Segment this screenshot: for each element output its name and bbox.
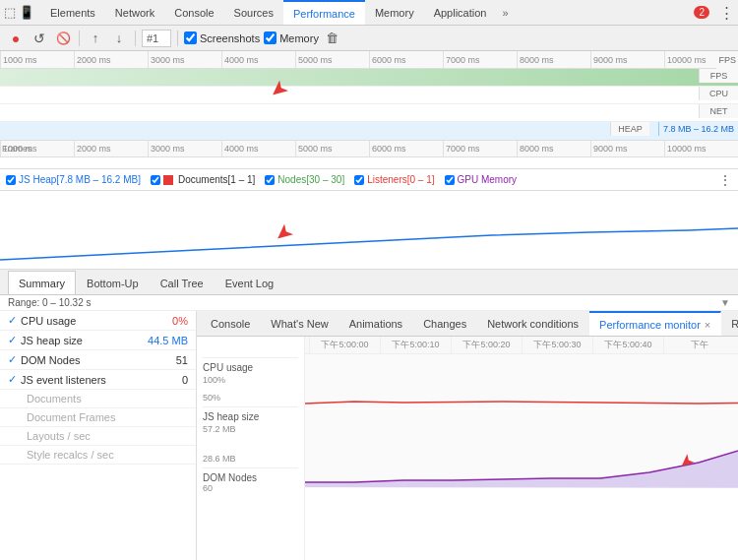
b-tick-6000: 6000 ms xyxy=(369,141,443,156)
main-chart-svg xyxy=(0,191,738,269)
legend-js-heap[interactable]: JS Heap[7.8 MB – 16.2 MB] xyxy=(6,174,141,185)
download-button[interactable]: ↓ xyxy=(109,29,129,48)
metric-doc-frames: Document Frames xyxy=(0,408,196,427)
heap-right-label: HEAP xyxy=(610,122,649,136)
summary-tabs: Summary Bottom-Up Call Tree Event Log xyxy=(0,270,738,295)
metric-dom-check: ✓ xyxy=(8,353,17,366)
metric-heap-label: JS heap size xyxy=(21,335,139,346)
metric-recalcs-label: Style recalcs / sec xyxy=(27,449,188,461)
device-icon[interactable]: 📱 xyxy=(19,5,34,20)
tab-performance[interactable]: Performance xyxy=(283,0,365,25)
memory-toggle[interactable]: Memory xyxy=(264,31,319,44)
metric-listeners-label: JS event listeners xyxy=(21,374,139,386)
legend-more-btn[interactable]: ⋮ xyxy=(718,172,732,188)
performance-toolbar: ● ↺ 🚫 ↑ ↓ Screenshots Memory 🗑 xyxy=(0,26,738,51)
b-tick-3000: 3000 ms xyxy=(148,141,221,156)
upload-button[interactable]: ↑ xyxy=(86,29,105,48)
monitor-heap-section: JS heap size 57.2 MB 28.6 MB xyxy=(203,407,298,468)
hash-input[interactable] xyxy=(142,30,171,47)
tab-bottom-up[interactable]: Bottom-Up xyxy=(76,271,150,294)
monitor-heap-28: 28.6 MB xyxy=(203,454,298,464)
metric-style-recalcs: Style recalcs / sec xyxy=(0,446,196,465)
heap-chart-row: 7.8 MB – 16.2 MB HEAP xyxy=(0,122,738,140)
b-tick-8000: 8000 ms xyxy=(517,141,590,156)
reload-record-button[interactable]: ↺ xyxy=(30,29,49,48)
bottom-area: ✓ CPU usage 0% ✓ JS heap size 44.5 MB ✓ … xyxy=(0,311,738,560)
devtools-icons: ⬚ 📱 xyxy=(4,5,34,20)
metric-listeners-check: ✓ xyxy=(8,373,17,386)
tick-2000: 2000 ms xyxy=(74,51,148,68)
btab-rendering[interactable]: Rendering xyxy=(721,311,738,337)
more-tabs-btn[interactable]: » xyxy=(496,7,514,19)
trash-button[interactable]: 🗑 xyxy=(323,29,342,48)
legend-listeners[interactable]: Listeners[0 – 1] xyxy=(354,174,434,185)
legend-documents[interactable]: Documents[1 – 1] xyxy=(151,174,255,185)
fps-right-label: FPS xyxy=(699,69,738,83)
btab-animations[interactable]: Animations xyxy=(339,311,413,337)
tick-9000: 9000 ms xyxy=(590,51,664,68)
tab-event-log[interactable]: Event Log xyxy=(215,271,285,294)
tab-console[interactable]: Console xyxy=(164,0,223,25)
tab-memory[interactable]: Memory xyxy=(365,0,424,25)
metric-cpu-usage: ✓ CPU usage 0% xyxy=(0,311,196,331)
ruler-ticks-bottom: 1000 ms 2000 ms 3000 ms 4000 ms 5000 ms … xyxy=(0,141,738,156)
btab-whats-new[interactable]: What's New xyxy=(261,311,338,337)
btab-perf-monitor[interactable]: Performance monitor × xyxy=(589,311,721,337)
m-tick-30: 下午5:00:30 xyxy=(522,337,592,353)
b-tick-10000: 10000 ms xyxy=(664,141,738,156)
timeline-container: 1000 ms 2000 ms 3000 ms 4000 ms 5000 ms … xyxy=(0,51,738,169)
metric-cpu-label: CPU usage xyxy=(21,315,139,327)
main-chart: ➤ xyxy=(0,191,738,270)
btab-changes[interactable]: Changes xyxy=(413,311,477,337)
metric-doc-label: Documents xyxy=(27,393,188,404)
tab-network[interactable]: Network xyxy=(105,0,164,25)
metric-cpu-check: ✓ xyxy=(8,314,17,327)
monitor-heap-57: 57.2 MB xyxy=(203,424,298,434)
monitor-dom-60: 60 xyxy=(203,483,298,493)
tab-sources[interactable]: Sources xyxy=(224,0,283,25)
toolbar-divider-1 xyxy=(79,31,80,46)
metric-dom-label: DOM Nodes xyxy=(21,354,139,366)
metric-js-heap: ✓ JS heap size 44.5 MB xyxy=(0,331,196,350)
heap-value-badge: 7.8 MB – 16.2 MB xyxy=(658,122,738,136)
svg-rect-0 xyxy=(305,354,738,408)
b-tick-7000: 7000 ms xyxy=(443,141,517,156)
perf-monitor-panel: Console What's New Animations Changes Ne… xyxy=(197,311,738,560)
legend-bar: JS Heap[7.8 MB – 16.2 MB] Documents[1 – … xyxy=(0,169,738,191)
legend-nodes[interactable]: Nodes[30 – 30] xyxy=(265,174,344,185)
m-tick-end: 下午 xyxy=(663,337,734,353)
net-right-label: NET xyxy=(699,104,738,118)
bottom-tab-bar: Console What's New Animations Changes Ne… xyxy=(197,311,738,337)
tick-1000: 1000 ms xyxy=(0,51,74,68)
inspect-icon[interactable]: ⬚ xyxy=(4,5,16,20)
metric-layouts-label: Layouts / sec xyxy=(27,430,188,442)
clear-button[interactable]: 🚫 xyxy=(53,29,73,48)
range-arrow-btn[interactable]: ▼ xyxy=(720,297,730,308)
fps-label: FPS xyxy=(718,51,736,69)
tab-summary[interactable]: Summary xyxy=(8,271,76,294)
monitor-content: CPU usage 100% 50% JS heap size 57.2 MB … xyxy=(197,337,738,560)
tab-call-tree[interactable]: Call Tree xyxy=(150,271,215,294)
screenshots-toggle[interactable]: Screenshots xyxy=(184,31,260,44)
metric-dom-nodes: ✓ DOM Nodes 51 xyxy=(0,350,196,370)
tick-6000: 6000 ms xyxy=(369,51,443,68)
frames-label: Frames xyxy=(0,144,32,154)
timeline-ruler-top: 1000 ms 2000 ms 3000 ms 4000 ms 5000 ms … xyxy=(0,51,738,69)
tab-application[interactable]: Application xyxy=(424,0,497,25)
monitor-cpu-section: CPU usage 100% 50% xyxy=(203,358,298,407)
range-text: Range: 0 – 10.32 s xyxy=(8,297,92,308)
btab-console[interactable]: Console xyxy=(201,311,261,337)
legend-gpu[interactable]: GPU Memory xyxy=(445,174,518,185)
monitor-cpu-100: 100% xyxy=(203,375,298,385)
metric-listeners-value: 0 xyxy=(139,374,188,386)
m-tick-10: 下午5:00:10 xyxy=(380,337,451,353)
b-tick-9000: 9000 ms xyxy=(590,141,664,156)
record-button[interactable]: ● xyxy=(6,29,26,48)
monitor-chart-area: 下午5:00:00 下午5:00:10 下午5:00:20 下午5:00:30 … xyxy=(305,337,738,560)
main-tab-nav: Elements Network Console Sources Perform… xyxy=(40,0,515,25)
legend-doc-dot xyxy=(163,175,173,185)
perf-monitor-close[interactable]: × xyxy=(705,319,710,331)
kebab-menu-icon[interactable]: ⋮ xyxy=(719,4,734,22)
btab-network-conditions[interactable]: Network conditions xyxy=(477,311,589,337)
tab-elements[interactable]: Elements xyxy=(40,0,105,25)
